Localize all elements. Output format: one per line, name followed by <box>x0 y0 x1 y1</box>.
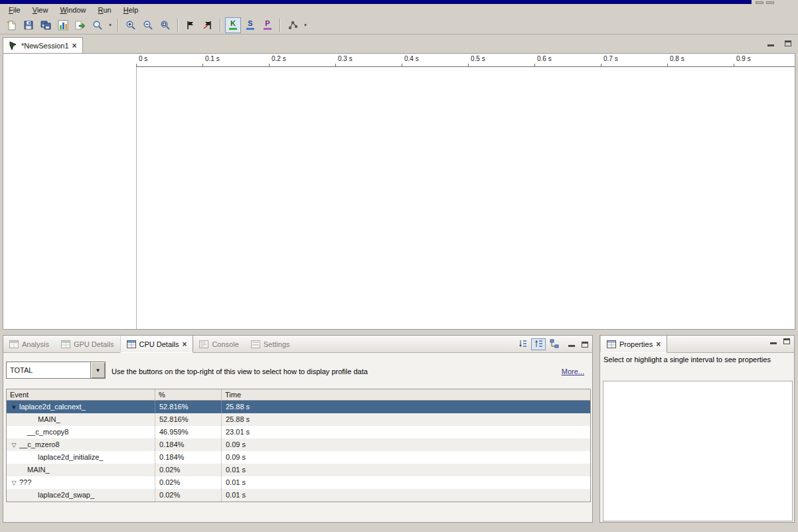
more-link[interactable]: More... <box>562 367 584 375</box>
new-session-icon <box>6 20 17 31</box>
details-view: Analysis GPU Details CPU Details × Conso… <box>3 335 593 523</box>
zoom-fit-button[interactable] <box>157 17 173 33</box>
tab-gpu-details[interactable]: GPU Details <box>55 336 120 352</box>
session-tab[interactable]: *NewSession1 × <box>3 37 83 53</box>
stream-grouping-button[interactable]: S <box>242 17 258 33</box>
sort-by-name-button[interactable] <box>515 338 530 350</box>
minimize-view-icon[interactable] <box>770 339 777 344</box>
main-toolbar: ▾ K S P <box>0 16 798 34</box>
analysis-tab-icon <box>9 340 19 348</box>
event-name: laplace2d_calcnext_ <box>19 403 86 411</box>
tab-cpu-details[interactable]: CPU Details × <box>120 336 194 353</box>
save-all-button[interactable] <box>38 17 54 33</box>
table-row[interactable]: laplace2d_swap_ 0.02% 0.01 s <box>7 489 590 501</box>
horizontal-splitter[interactable] <box>0 330 798 335</box>
toolbar-separator <box>118 19 119 32</box>
toolbar-separator <box>220 19 221 32</box>
ruler-tick-label: 0.4 s <box>404 55 419 62</box>
chevron-down-icon: ▼ <box>96 367 101 373</box>
menu-window[interactable]: Window <box>54 5 92 15</box>
timeline-view: 0 s 0.1 s 0.2 s 0.3 s 0.4 s 0.5 s 0.6 s … <box>3 53 795 330</box>
combo-value: TOTAL <box>7 362 90 378</box>
table-row[interactable]: ▽__c_mzero8 0.184% 0.09 s <box>7 438 590 451</box>
tab-analysis[interactable]: Analysis <box>3 336 55 352</box>
table-row[interactable]: laplace2d_initialize_ 0.184% 0.09 s <box>7 451 590 464</box>
cpu-details-tab-close-icon[interactable]: × <box>182 341 187 348</box>
table-row[interactable]: MAIN_ 0.02% 0.01 s <box>7 464 590 476</box>
menu-file[interactable]: File <box>3 5 27 15</box>
tab-settings[interactable]: Settings <box>245 336 296 352</box>
call-tree-icon <box>550 339 559 350</box>
minimize-view-icon[interactable] <box>568 342 575 347</box>
menu-view[interactable]: View <box>27 5 54 15</box>
next-marker-button[interactable] <box>183 17 199 33</box>
analysis-dropdown-button[interactable]: ▾ <box>301 17 309 33</box>
call-tree-button[interactable] <box>547 338 562 350</box>
tree-expander-icon[interactable]: ▼ <box>9 401 19 413</box>
chevron-down-icon: ▾ <box>109 23 112 28</box>
search-dropdown-button[interactable]: ▾ <box>106 17 114 33</box>
process-grouping-button[interactable]: P <box>260 17 276 33</box>
menubar: File View Window Run Help <box>0 4 798 16</box>
column-header-percent[interactable]: % <box>155 389 222 400</box>
timeline-canvas <box>137 67 795 329</box>
event-percent: 0.184% <box>155 451 222 464</box>
event-time: 25.88 s <box>222 401 590 413</box>
previous-marker-button[interactable] <box>200 17 216 33</box>
table-row[interactable]: __c_mcopy8 46.959% 23.01 s <box>7 426 590 438</box>
tab-console[interactable]: Console <box>193 336 244 352</box>
zoom-in-icon <box>125 20 136 31</box>
event-percent: 0.02% <box>155 464 222 476</box>
table-row[interactable]: ▼laplace2d_calcnext_ 52.816% 25.88 s <box>7 401 590 413</box>
export-button[interactable] <box>72 17 88 33</box>
menu-run[interactable]: Run <box>92 5 118 15</box>
analysis-button[interactable] <box>285 17 301 33</box>
tree-expander-icon[interactable]: ▽ <box>9 477 19 489</box>
event-name: laplace2d_initialize_ <box>38 453 103 461</box>
maximize-view-icon[interactable] <box>582 342 588 348</box>
column-header-time[interactable]: Time <box>222 389 590 400</box>
zoom-out-button[interactable] <box>140 17 156 33</box>
event-percent: 52.816% <box>155 401 222 413</box>
zoom-fit-icon <box>160 20 171 31</box>
analysis-icon <box>287 20 298 31</box>
event-percent: 0.02% <box>155 476 222 489</box>
cpu-details-tab-icon <box>127 340 136 348</box>
column-header-event[interactable]: Event <box>7 389 155 400</box>
table-row[interactable]: ▽??? 0.02% 0.01 s <box>7 476 590 489</box>
event-time: 0.01 s <box>222 464 590 476</box>
properties-tab-close-icon[interactable]: × <box>656 341 661 348</box>
kernel-grouping-button[interactable]: K <box>225 17 241 33</box>
save-button[interactable] <box>21 17 37 33</box>
event-time: 0.01 s <box>222 489 590 501</box>
profile-application-button[interactable] <box>55 17 71 33</box>
ruler-tick-label: 0.9 s <box>736 55 751 62</box>
event-name: __c_mcopy8 <box>27 428 68 436</box>
maximize-view-icon[interactable] <box>785 40 791 46</box>
combo-dropdown-button[interactable]: ▼ <box>90 362 105 378</box>
menu-help[interactable]: Help <box>118 5 145 15</box>
session-tab-close-icon[interactable]: × <box>72 42 77 49</box>
vertical-splitter[interactable] <box>593 335 599 523</box>
tree-expander-icon[interactable]: ▽ <box>9 439 19 451</box>
properties-view: Properties × Select or highlight a singl… <box>599 335 795 523</box>
maximize-view-icon[interactable] <box>783 338 790 344</box>
search-button[interactable] <box>90 17 106 33</box>
properties-hint-text: Select or highlight a single interval to… <box>603 356 790 364</box>
sort-by-time-button[interactable] <box>531 338 546 350</box>
sort-descending-icon <box>534 339 543 350</box>
sort-icon <box>518 339 527 350</box>
display-mode-combo[interactable]: TOTAL ▼ <box>6 362 106 379</box>
new-session-button[interactable] <box>3 17 19 33</box>
ruler-tick-label: 0.8 s <box>670 55 684 62</box>
toolbar-separator <box>177 19 179 32</box>
zoom-in-button[interactable] <box>123 17 139 33</box>
ruler-tick-label: 0.7 s <box>603 55 618 62</box>
nvvp-window: { "menubar": { "items": ["File", "View",… <box>0 0 798 532</box>
cpu-details-content: TOTAL ▼ Use the buttons on the top-right… <box>3 353 592 522</box>
tab-properties[interactable]: Properties × <box>600 336 667 353</box>
table-row[interactable]: MAIN_ 52.816% 25.88 s <box>7 413 590 426</box>
event-name: __c_mzero8 <box>19 440 60 448</box>
console-tab-icon <box>199 340 208 348</box>
minimize-view-icon[interactable] <box>767 41 774 46</box>
